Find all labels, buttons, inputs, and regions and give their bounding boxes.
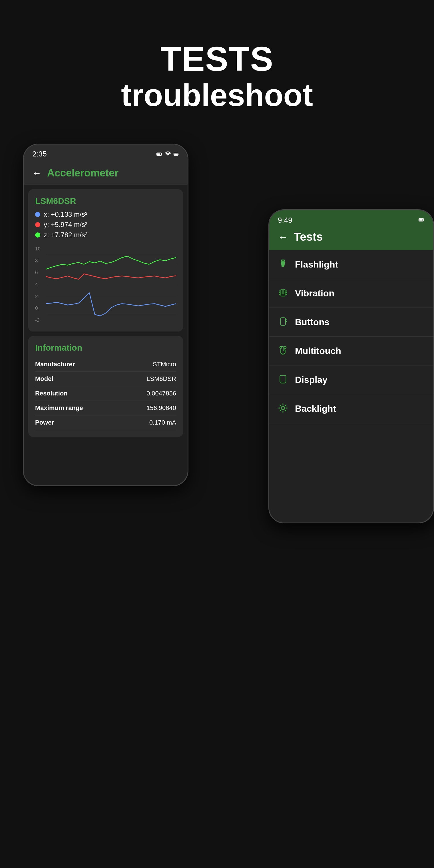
legend-z: z: +7.782 m/s² <box>35 231 176 239</box>
svg-line-41 <box>285 405 286 406</box>
display-icon <box>278 374 288 385</box>
svg-rect-20 <box>282 290 284 294</box>
legend-dot-z <box>35 232 40 238</box>
status-bar-right: 9:49 <box>278 216 425 225</box>
test-item-display[interactable]: Display <box>269 366 433 394</box>
svg-rect-16 <box>420 219 423 221</box>
y-label-6: 6 <box>35 270 45 276</box>
legend-label-x: x: +0.133 m/s² <box>44 211 87 218</box>
test-label-vibration: Vibration <box>295 288 334 299</box>
status-icons-right <box>418 217 425 224</box>
info-label-power: Power <box>35 419 54 426</box>
svg-line-39 <box>280 405 281 406</box>
svg-point-31 <box>280 346 282 349</box>
status-icons-left <box>156 151 179 157</box>
test-label-buttons: Buttons <box>295 317 330 328</box>
legend-label-y: y: +5.974 m/s² <box>44 221 87 229</box>
y-label-8: 8 <box>35 258 45 264</box>
tests-app-bar: ← Tests <box>278 230 425 243</box>
info-value-model: LSM6DSR <box>147 375 176 382</box>
svg-rect-15 <box>424 219 424 220</box>
y-label-neg2: -2 <box>35 317 45 323</box>
phones-area: 2:35 <box>0 129 434 815</box>
info-label-manufacturer: Manufacturer <box>35 361 75 368</box>
phone-left: 2:35 <box>23 144 188 486</box>
phone-left-inner: 2:35 <box>24 145 188 486</box>
info-value-manufacturer: STMicro <box>153 361 176 368</box>
test-item-flashlight[interactable]: Flashlight <box>269 250 433 279</box>
info-row-maxrange: Maximum range 156.90640 <box>35 401 176 415</box>
test-label-display: Display <box>295 375 328 385</box>
flashlight-icon <box>278 259 288 270</box>
test-label-backlight: Backlight <box>295 403 336 414</box>
header-section: TESTS troubleshoot <box>0 0 434 129</box>
back-button-left[interactable]: ← <box>32 168 41 179</box>
phone-right-inner: 9:49 ← Tests <box>269 210 433 523</box>
battery-icon-left <box>156 151 162 157</box>
y-label-10: 10 <box>35 246 45 252</box>
test-label-multitouch: Multitouch <box>295 346 341 356</box>
info-row-manufacturer: Manufacturer STMicro <box>35 357 176 372</box>
info-value-maxrange: 156.90640 <box>147 404 176 412</box>
svg-rect-2 <box>157 153 160 155</box>
y-label-4: 4 <box>35 282 45 287</box>
svg-rect-18 <box>282 260 284 261</box>
svg-rect-6 <box>174 153 178 155</box>
battery2-icon-left <box>173 151 179 157</box>
back-button-right[interactable]: ← <box>278 231 288 243</box>
green-header: 9:49 ← Tests <box>269 210 433 250</box>
test-item-backlight[interactable]: Backlight <box>269 394 433 423</box>
test-item-multitouch[interactable]: Multitouch <box>269 337 433 366</box>
accelerometer-chart: 10 8 6 4 2 0 -2 <box>35 245 176 324</box>
svg-point-33 <box>283 381 283 382</box>
app-title-left: Accelerometer <box>47 167 119 179</box>
legend-dot-y <box>35 222 40 227</box>
sensor-title: LSM6DSR <box>35 196 176 206</box>
svg-rect-27 <box>280 318 285 326</box>
test-label-flashlight: Flashlight <box>295 259 338 270</box>
svg-rect-5 <box>178 154 179 154</box>
info-label-resolution: Resolution <box>35 390 68 397</box>
svg-point-30 <box>284 346 286 349</box>
sensor-card: LSM6DSR x: +0.133 m/s² y: +5.974 m/s² z:… <box>28 189 183 332</box>
info-label-model: Model <box>35 375 53 382</box>
page-subtitle: troubleshoot <box>0 78 434 112</box>
multitouch-icon <box>278 345 288 356</box>
svg-line-40 <box>285 410 286 411</box>
legend-dot-x <box>35 212 40 217</box>
tests-list: Flashlight <box>269 250 433 523</box>
test-item-buttons[interactable]: Buttons <box>269 308 433 337</box>
y-label-2: 2 <box>35 294 45 300</box>
svg-line-42 <box>280 410 281 411</box>
legend-label-z: z: +7.782 m/s² <box>44 231 87 239</box>
info-section: Information Manufacturer STMicro Model L… <box>28 336 183 437</box>
legend-y: y: +5.974 m/s² <box>35 221 176 229</box>
info-row-model: Model LSM6DSR <box>35 372 176 386</box>
legend-x: x: +0.133 m/s² <box>35 211 176 218</box>
app-bar-left: ← Accelerometer <box>24 161 188 185</box>
info-label-maxrange: Maximum range <box>35 404 83 412</box>
phone-right: 9:49 ← Tests <box>269 209 434 523</box>
buttons-icon <box>278 316 288 328</box>
svg-point-34 <box>281 406 285 410</box>
y-axis: 10 8 6 4 2 0 -2 <box>35 245 45 324</box>
battery-icon-right <box>418 217 425 223</box>
info-value-power: 0.170 mA <box>149 419 176 426</box>
backlight-icon <box>278 403 288 414</box>
y-label-0: 0 <box>35 306 45 311</box>
wifi-icon-left <box>165 151 171 157</box>
chart-svg <box>46 245 176 324</box>
svg-rect-1 <box>161 154 162 155</box>
info-title: Information <box>35 343 176 352</box>
svg-point-3 <box>167 155 168 156</box>
info-row-power: Power 0.170 mA <box>35 415 176 430</box>
time-right: 9:49 <box>278 216 292 225</box>
status-bar-left: 2:35 <box>24 145 188 161</box>
info-row-resolution: Resolution 0.0047856 <box>35 386 176 401</box>
time-left: 2:35 <box>32 150 47 158</box>
test-item-vibration[interactable]: Vibration <box>269 279 433 308</box>
info-value-resolution: 0.0047856 <box>147 390 176 397</box>
page-title: TESTS <box>0 40 434 78</box>
tests-title: Tests <box>294 230 323 243</box>
vibration-icon <box>278 287 288 299</box>
